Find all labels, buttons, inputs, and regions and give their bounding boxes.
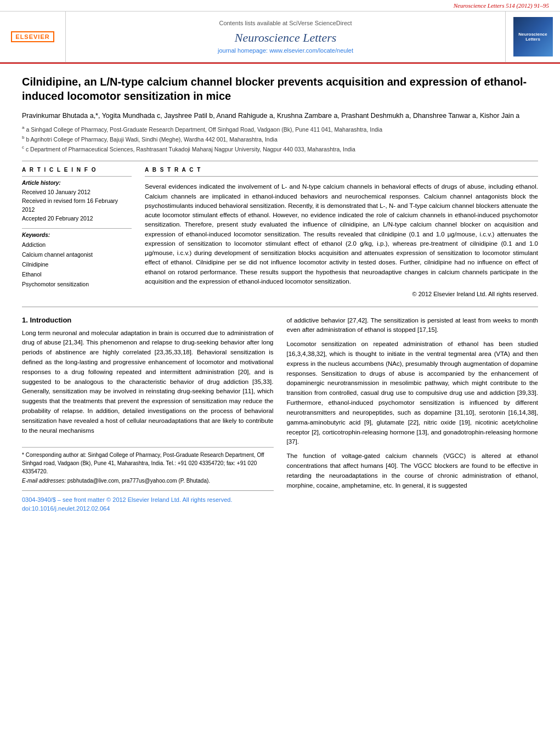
authors-line: Pravinkumar Bhutada a,*, Yogita Mundhada… [22, 111, 538, 121]
page-wrapper: Neuroscience Letters 514 (2012) 91–95 EL… [0, 0, 560, 523]
copyright-line: © 2012 Elsevier Ireland Ltd. All rights … [145, 290, 538, 299]
article-accepted: Accepted 20 February 2012 [22, 214, 132, 223]
intro-para-right-3: The function of voltage-gated calcium ch… [287, 451, 539, 490]
doi-line: doi:10.1016/j.neulet.2012.02.064 [22, 505, 274, 512]
body-content: 1. Introduction Long term neuronal and m… [22, 316, 538, 512]
article-content: Cilnidipine, an L/N-type calcium channel… [0, 64, 560, 523]
issn-line: 0304-3940/$ – see front matter © 2012 El… [22, 496, 274, 503]
article-history-title: Article history: [22, 180, 132, 186]
keyword-4: Ethanol [22, 270, 132, 280]
body-right-col: of addictive behavior [27,42]. The sensi… [287, 316, 539, 512]
elsevier-logo-section: ELSEVIER [0, 12, 66, 62]
keywords-list: Addiction Calcium channel antagonist Cil… [22, 240, 132, 289]
abstract-text: Several evidences indicated the involvem… [145, 182, 538, 298]
doi-link[interactable]: 10.1016/j.neulet.2012.02.064 [32, 505, 110, 512]
article-info-col: A R T I C L E I N F O Article history: R… [22, 167, 132, 298]
keyword-3: Cilnidipine [22, 260, 132, 270]
intro-section-title: 1. Introduction [22, 316, 274, 324]
article-info-header: A R T I C L E I N F O [22, 167, 132, 173]
abstract-header: A B S T R A C T [145, 167, 538, 173]
intro-para-right-1: of addictive behavior [27,42]. The sensi… [287, 316, 539, 336]
journal-homepage: journal homepage: www.elsevier.com/locat… [218, 47, 353, 54]
affiliation-b: b b Agrihotri College of Pharmacy, Bajuj… [22, 134, 538, 143]
keyword-2: Calcium channel antagonist [22, 250, 132, 260]
affiliation-c: c c Department of Pharmaceutical Science… [22, 144, 538, 153]
body-left-col: 1. Introduction Long term neuronal and m… [22, 316, 274, 512]
keyword-5: Psychomotor sensitization [22, 280, 132, 290]
divider-1 [22, 161, 538, 161]
keywords-section: Keywords: Addiction Calcium channel anta… [22, 228, 132, 289]
journal-header: Neuroscience Letters 514 (2012) 91–95 EL… [0, 0, 560, 64]
article-received: Received 10 January 2012 [22, 188, 132, 197]
journal-main-header: ELSEVIER Contents lists available at Sci… [0, 11, 560, 63]
footer-divider [22, 490, 274, 491]
info-abstract-cols: A R T I C L E I N F O Article history: R… [22, 167, 538, 298]
journal-title: Neuroscience Letters [235, 31, 337, 45]
abstract-col: A B S T R A C T Several evidences indica… [145, 167, 538, 298]
article-title: Cilnidipine, an L/N-type calcium channel… [22, 75, 538, 103]
homepage-url[interactable]: www.elsevier.com/locate/neulet [269, 47, 353, 54]
intro-para-right-2: Locomotor sensitization on repeated admi… [287, 340, 539, 447]
article-history-box: Article history: Received 10 January 201… [22, 176, 132, 223]
neuroscience-logo: NeuroscienceLetters [513, 17, 553, 56]
journal-center-info: Contents lists available at SciVerse Sci… [66, 12, 505, 62]
journal-top-bar: Neuroscience Letters 514 (2012) 91–95 [0, 0, 560, 11]
intro-para-1: Long term neuronal and molecular adaptat… [22, 329, 274, 436]
article-received-revised: Received in revised form 16 February 201… [22, 197, 132, 214]
affiliations: a a Sinhgad College of Pharmacy, Post-Gr… [22, 125, 538, 154]
divider-2 [22, 307, 538, 307]
keywords-title: Keywords: [22, 232, 132, 238]
sciverse-line: Contents lists available at SciVerse Sci… [219, 20, 352, 26]
footnote-email: E-mail addresses: psbhutada@live.com, pr… [22, 477, 274, 485]
abstract-divider [145, 176, 538, 177]
keyword-1: Addiction [22, 240, 132, 250]
affiliation-a: a a Sinhgad College of Pharmacy, Post-Gr… [22, 125, 538, 133]
footnote-star: * Corresponding author at: Sinhgad Colle… [22, 451, 274, 476]
footnote-section: * Corresponding author at: Sinhgad Colle… [22, 447, 274, 512]
journal-logo-right: NeuroscienceLetters [505, 12, 560, 62]
body-two-cols: 1. Introduction Long term neuronal and m… [22, 316, 538, 512]
journal-citation: Neuroscience Letters 514 (2012) 91–95 [454, 2, 549, 9]
elsevier-logo: ELSEVIER [11, 31, 54, 42]
